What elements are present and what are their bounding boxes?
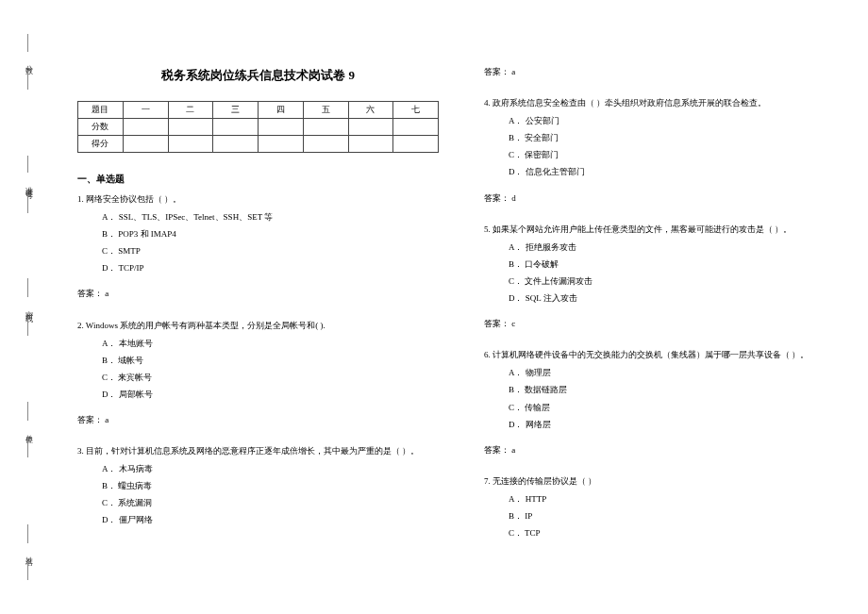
col-header: 七 <box>393 101 439 118</box>
question-stem: 2. Windows 系统的用户帐号有两种基本类型，分别是全局帐号和( ). <box>77 318 439 334</box>
answer-line: 答案： c <box>484 316 845 332</box>
option: C． 文件上传漏洞攻击 <box>509 274 845 290</box>
binding-margin: 分数 准考证号 密封线 单位 姓名 <box>0 0 55 614</box>
col-header: 三 <box>213 101 259 118</box>
option: A． 拒绝服务攻击 <box>509 240 845 256</box>
score-cell <box>123 118 168 135</box>
question-block: 1. 网络安全协议包括（ ）。 A． SSL、TLS、IPSec、Telnet、… <box>77 191 439 276</box>
option: D． 信息化主管部门 <box>509 164 845 180</box>
option: B． 数据链路层 <box>509 382 845 398</box>
col-header: 一 <box>123 101 168 118</box>
row-label: 题目 <box>78 101 124 118</box>
question-block: 2. Windows 系统的用户帐号有两种基本类型，分别是全局帐号和( ). A… <box>77 318 439 403</box>
answer-line: 答案： d <box>484 191 845 207</box>
question-stem: 1. 网络安全协议包括（ ）。 <box>77 191 439 207</box>
option: A． 公安部门 <box>509 113 845 129</box>
score-cell <box>259 118 304 135</box>
option: C． TCP <box>509 525 845 541</box>
option: B． POP3 和 IMAP4 <box>102 226 439 242</box>
table-row: 题目 一 二 三 四 五 六 七 <box>78 101 439 118</box>
score-cell <box>168 118 213 135</box>
option: B． 安全部门 <box>509 130 845 146</box>
options-list: A． 公安部门 B． 安全部门 C． 保密部门 D． 信息化主管部门 <box>484 113 845 180</box>
option: C． SMTP <box>102 243 439 259</box>
score-cell <box>348 118 393 135</box>
score-cell <box>213 118 259 135</box>
option: B． 口令破解 <box>509 257 845 273</box>
option: C． 系统漏洞 <box>102 495 439 511</box>
option: B． 蠕虫病毒 <box>102 478 439 494</box>
question-stem: 4. 政府系统信息安全检查由（ ）牵头组织对政府信息系统开展的联合检查。 <box>484 95 845 111</box>
col-header: 五 <box>303 101 348 118</box>
answer-line: 答案： a <box>77 412 439 428</box>
question-block: 7. 无连接的传输层协议是（ ） A． HTTP B． IP C． TCP <box>484 473 845 541</box>
page-title: 税务系统岗位练兵信息技术岗试卷 9 <box>77 64 439 88</box>
option: C． 来宾帐号 <box>102 370 439 386</box>
question-stem: 7. 无连接的传输层协议是（ ） <box>484 473 845 490</box>
option: D． 网络层 <box>509 417 845 433</box>
question-block: 5. 如果某个网站允许用户能上传任意类型的文件，黑客最可能进行的攻击是（ ）。 … <box>484 222 845 307</box>
left-column: 税务系统岗位练兵信息技术岗试卷 9 题目 一 二 三 四 五 六 七 分数 <box>55 0 461 614</box>
options-list: A． 本地账号 B． 域帐号 C． 来宾帐号 D． 局部帐号 <box>77 336 439 403</box>
binding-label: 准考证号 <box>23 180 33 188</box>
score-cell <box>213 135 259 152</box>
answer-line: 答案： a <box>77 286 439 302</box>
binding-label: 姓名 <box>23 551 33 555</box>
row-label: 分数 <box>78 118 124 135</box>
options-list: A． 木马病毒 B． 蠕虫病毒 C． 系统漏洞 D． 僵尸网络 <box>77 461 439 528</box>
question-block: 4. 政府系统信息安全检查由（ ）牵头组织对政府信息系统开展的联合检查。 A． … <box>484 95 845 180</box>
options-list: A． 拒绝服务攻击 B． 口令破解 C． 文件上传漏洞攻击 D． SQL 注入攻… <box>484 240 845 307</box>
binding-label: 密封线 <box>23 305 33 310</box>
option: C． 保密部门 <box>509 147 845 163</box>
question-stem: 3. 目前，针对计算机信息系统及网络的恶意程序正逐年成倍增长，其中最为严重的是（… <box>77 443 439 459</box>
question-stem: 6. 计算机网络硬件设备中的无交换能力的交换机（集线器）属于哪一层共享设备（ ）… <box>484 347 845 363</box>
option: D． SQL 注入攻击 <box>509 290 845 307</box>
question-block: 6. 计算机网络硬件设备中的无交换能力的交换机（集线器）属于哪一层共享设备（ ）… <box>484 347 845 432</box>
score-cell <box>123 135 168 152</box>
score-cell <box>393 118 439 135</box>
options-list: A． HTTP B． IP C． TCP <box>484 491 845 541</box>
score-cell <box>348 135 393 152</box>
question-block: 3. 目前，针对计算机信息系统及网络的恶意程序正逐年成倍增长，其中最为严重的是（… <box>77 443 439 528</box>
options-list: A． 物理层 B． 数据链路层 C． 传输层 D． 网络层 <box>484 365 845 432</box>
score-table: 题目 一 二 三 四 五 六 七 分数 得分 <box>77 101 439 153</box>
col-header: 六 <box>348 101 393 118</box>
binding-label: 分数 <box>23 59 33 63</box>
option: A． HTTP <box>509 491 845 507</box>
row-label: 得分 <box>78 135 124 152</box>
table-row: 分数 <box>78 118 439 135</box>
option: D． 僵尸网络 <box>102 512 439 528</box>
page-body: 税务系统岗位练兵信息技术岗试卷 9 题目 一 二 三 四 五 六 七 分数 <box>55 0 868 614</box>
question-stem: 5. 如果某个网站允许用户能上传任意类型的文件，黑客最可能进行的攻击是（ ）。 <box>484 222 845 238</box>
score-cell <box>393 135 439 152</box>
option: A． 木马病毒 <box>102 461 439 477</box>
answer-line: 答案： a <box>484 64 845 80</box>
option: B． 域帐号 <box>102 353 439 369</box>
table-row: 得分 <box>78 135 439 152</box>
score-cell <box>303 118 348 135</box>
option: B． IP <box>509 508 845 524</box>
section-heading: 一、单选题 <box>77 170 439 188</box>
option: C． 传输层 <box>509 400 845 416</box>
score-cell <box>303 135 348 152</box>
score-cell <box>259 135 304 152</box>
col-header: 四 <box>259 101 304 118</box>
option: D． 局部帐号 <box>102 387 439 403</box>
col-header: 二 <box>168 101 213 118</box>
option: A． 物理层 <box>509 365 845 381</box>
score-cell <box>168 135 213 152</box>
right-column: 答案： a 4. 政府系统信息安全检查由（ ）牵头组织对政府信息系统开展的联合检… <box>461 0 868 614</box>
option: A． SSL、TLS、IPSec、Telnet、SSH、SET 等 <box>102 209 439 225</box>
answer-line: 答案： a <box>484 442 845 458</box>
binding-label: 单位 <box>23 428 33 432</box>
option: A． 本地账号 <box>102 336 439 352</box>
option: D． TCP/IP <box>102 260 439 276</box>
options-list: A． SSL、TLS、IPSec、Telnet、SSH、SET 等 B． POP… <box>77 209 439 276</box>
